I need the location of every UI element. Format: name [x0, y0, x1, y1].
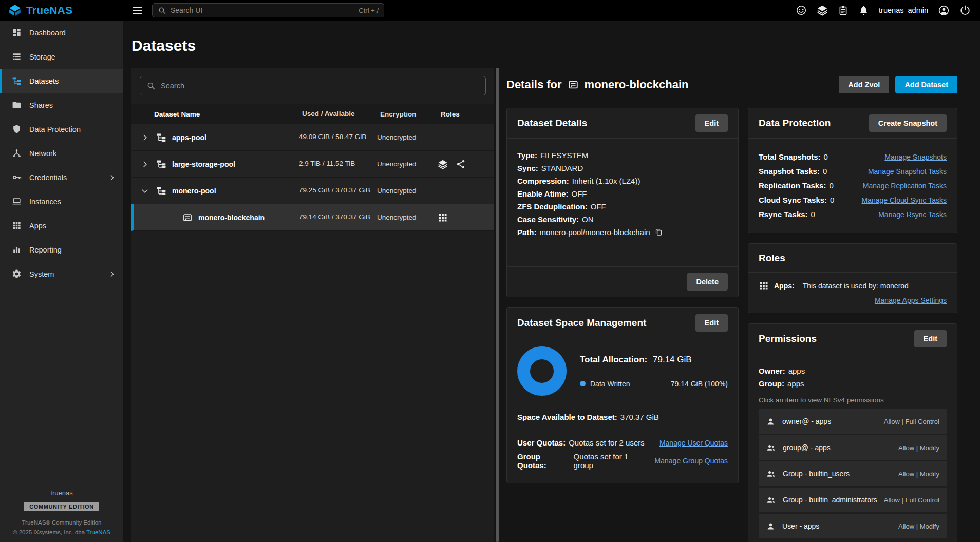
global-search[interactable]: Ctrl + / — [152, 3, 384, 17]
sidebar-item-apps[interactable]: Apps — [0, 214, 123, 238]
collapse-button[interactable] — [134, 186, 156, 196]
chevron-right-icon — [140, 160, 149, 169]
permission-item-builtin-administrators[interactable]: Group - builtin_administrators Allow | F… — [759, 488, 947, 512]
details-header: Details for monero-blockchain Add Zvol A… — [506, 76, 957, 93]
sidebar-footer: truenas COMMUNITY EDITION TrueNAS® Commu… — [0, 489, 123, 537]
group-quotas-value: Quotas set for 1 group — [574, 452, 649, 470]
group-value: apps — [787, 379, 804, 388]
chevron-right-icon — [108, 173, 116, 182]
sidebar-item-network[interactable]: Network — [0, 141, 123, 165]
manage-cloud-sync-tasks-link[interactable]: Manage Cloud Sync Tasks — [856, 196, 947, 204]
permissions-card: Permissions Edit Owner:apps Group:apps C… — [748, 323, 957, 542]
layers-role-icon[interactable] — [438, 159, 448, 169]
feedback-icon[interactable] — [796, 5, 807, 16]
dp-label: Rsync Tasks: — [759, 210, 808, 219]
copy-path-button[interactable] — [654, 228, 663, 237]
manage-snapshot-tasks-link[interactable]: Manage Snapshot Tasks — [862, 167, 947, 176]
dataset-icon — [568, 79, 579, 90]
table-row-large-storage-pool[interactable]: large-storage-pool 2.9 TiB / 11.52 TiB U… — [131, 151, 494, 178]
sidebar-item-datasets[interactable]: Datasets — [0, 69, 123, 93]
sidebar-item-system[interactable]: System — [0, 262, 123, 286]
scrollbar[interactable] — [496, 68, 499, 542]
field-value: STANDARD — [541, 164, 583, 172]
share-role-icon[interactable] — [456, 159, 466, 169]
sidebar-item-shares[interactable]: Shares — [0, 93, 123, 117]
manage-apps-settings-link[interactable]: Manage Apps Settings — [875, 296, 947, 304]
permission-who: User - apps — [782, 522, 819, 530]
dataset-search[interactable] — [140, 76, 486, 95]
permission-level: Allow | Modify — [898, 522, 939, 530]
permission-item-user-apps[interactable]: User - apps Allow | Modify — [759, 514, 947, 538]
field-label: Enable Atime: — [517, 189, 568, 198]
field-value: ON — [582, 215, 594, 224]
alerts-bell-icon[interactable] — [858, 5, 869, 16]
power-icon[interactable] — [959, 5, 971, 16]
add-dataset-button[interactable]: Add Dataset — [895, 76, 957, 93]
table-row-monero-blockchain[interactable]: monero-blockchain 79.14 GiB / 370.37 GiB… — [131, 204, 494, 231]
user-quotas-label: User Quotas: — [517, 438, 566, 447]
encryption-state: Unencrypted — [377, 214, 438, 221]
sidebar-item-label: Dashboard — [29, 29, 66, 37]
permission-item-group[interactable]: group@ - apps Allow | Modify — [759, 435, 947, 460]
roles-apps-label: Apps: — [774, 282, 795, 290]
card-title: Dataset Details — [517, 118, 587, 129]
sidebar-item-data-protection[interactable]: Data Protection — [0, 117, 123, 141]
topbar: TrueNAS Ctrl + / truenas_admin — [0, 0, 980, 21]
encryption-state: Unencrypted — [377, 187, 438, 195]
dp-label: Cloud Sync Tasks: — [759, 196, 827, 204]
permission-item-builtin-users[interactable]: Group - builtin_users Allow | Modify — [759, 461, 947, 486]
edit-permissions-button[interactable]: Edit — [914, 330, 947, 347]
sidebar-item-label: Storage — [29, 53, 55, 61]
expand-button[interactable] — [134, 160, 156, 169]
sidebar-item-storage[interactable]: Storage — [0, 45, 123, 69]
people-icon — [766, 469, 776, 479]
jobs-icon[interactable] — [817, 5, 828, 16]
edition-badge[interactable]: COMMUNITY EDITION — [24, 502, 99, 511]
copyright-text: © 2025 iXsystems, Inc. dba — [13, 529, 85, 535]
truenas-footer-link[interactable]: TrueNAS — [86, 529, 110, 535]
checklist-icon[interactable] — [838, 5, 849, 16]
hamburger-icon — [131, 4, 144, 16]
card-title: Permissions — [759, 333, 817, 344]
datasets-tree-icon — [12, 76, 22, 86]
permission-who: Group - builtin_users — [783, 470, 850, 478]
sidebar-item-reporting[interactable]: Reporting — [0, 238, 123, 262]
scrollbar-thumb[interactable] — [496, 68, 499, 542]
manage-rsync-tasks-link[interactable]: Manage Rsync Tasks — [872, 210, 947, 219]
column-used-available: Used / Available — [302, 109, 380, 119]
permission-item-owner[interactable]: owner@ - apps Allow | Full Control — [759, 409, 947, 434]
total-allocation-value: 79.14 GiB — [653, 355, 692, 364]
expand-button[interactable] — [134, 133, 156, 142]
sidebar-item-label: Data Protection — [29, 125, 81, 133]
global-search-input[interactable] — [171, 6, 354, 14]
delete-dataset-button[interactable]: Delete — [687, 273, 728, 291]
copyright-line: © 2025 iXsystems, Inc. dba TrueNAS — [0, 528, 123, 537]
person-icon — [766, 417, 776, 427]
user-menu-icon[interactable] — [938, 5, 950, 16]
used-available: 79.14 GiB / 370.37 GiB — [299, 212, 377, 222]
sidebar-item-credentials[interactable]: Credentials — [0, 165, 123, 189]
edit-space-button[interactable]: Edit — [695, 314, 728, 332]
sidebar-item-dashboard[interactable]: Dashboard — [0, 21, 123, 45]
manage-replication-tasks-link[interactable]: Manage Replication Tasks — [857, 182, 947, 190]
dataset-search-input[interactable] — [161, 82, 479, 90]
column-encryption: Encryption — [380, 110, 441, 118]
manage-group-quotas-link[interactable]: Manage Group Quotas — [649, 457, 728, 465]
manage-user-quotas-link[interactable]: Manage User Quotas — [653, 439, 728, 447]
add-zvol-button[interactable]: Add Zvol — [839, 76, 889, 93]
permission-who: Group - builtin_administrators — [783, 496, 877, 504]
table-row-monero-pool[interactable]: monero-pool 79.25 GiB / 370.37 GiB Unenc… — [131, 178, 494, 204]
dataset-tree-panel: Dataset Name Used / Available Encryption… — [131, 68, 494, 542]
create-snapshot-button[interactable]: Create Snapshot — [869, 114, 947, 132]
table-row-apps-pool[interactable]: apps-pool 49.09 GiB / 58.47 GiB Unencryp… — [131, 124, 494, 151]
apps-role-icon[interactable] — [438, 212, 448, 223]
sidebar-item-instances[interactable]: Instances — [0, 189, 123, 214]
sidenav-toggle-button[interactable] — [131, 4, 144, 16]
chevron-right-icon — [108, 270, 116, 278]
edit-dataset-details-button[interactable]: Edit — [695, 114, 728, 132]
manage-snapshots-link[interactable]: Manage Snapshots — [878, 153, 947, 161]
truenas-logo[interactable]: TrueNAS — [0, 4, 123, 17]
network-icon — [12, 148, 22, 158]
roles-apps-text: This dataset is used by: monerod — [803, 282, 909, 290]
field-value: Inherit (1.10x (LZ4)) — [572, 177, 640, 185]
